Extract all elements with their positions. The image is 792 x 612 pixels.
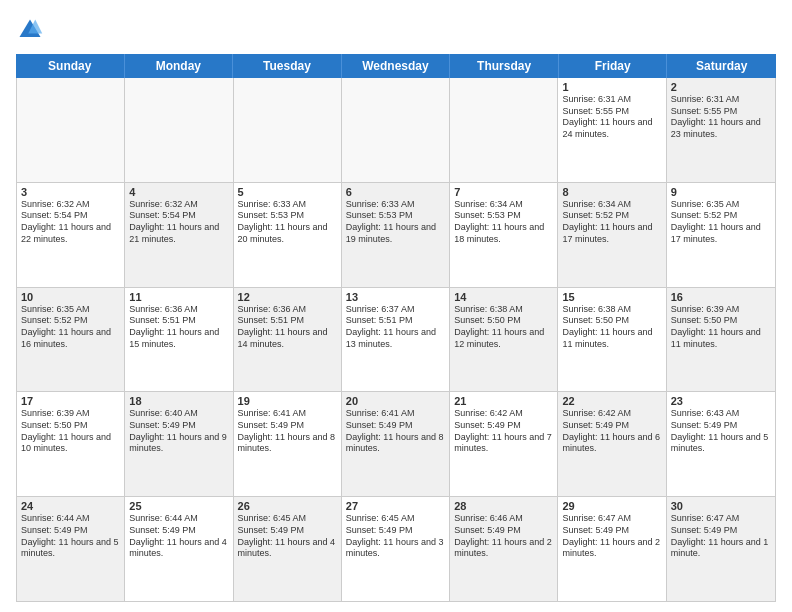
calendar-body: 1Sunrise: 6:31 AM Sunset: 5:55 PM Daylig… xyxy=(16,78,776,602)
day-number: 22 xyxy=(562,395,661,407)
day-number: 13 xyxy=(346,291,445,303)
weekday-header: Monday xyxy=(125,54,234,78)
calendar-cell: 14Sunrise: 6:38 AM Sunset: 5:50 PM Dayli… xyxy=(450,288,558,392)
calendar-cell: 12Sunrise: 6:36 AM Sunset: 5:51 PM Dayli… xyxy=(234,288,342,392)
day-info: Sunrise: 6:34 AM Sunset: 5:53 PM Dayligh… xyxy=(454,199,553,246)
calendar-cell xyxy=(125,78,233,182)
day-number: 11 xyxy=(129,291,228,303)
day-info: Sunrise: 6:47 AM Sunset: 5:49 PM Dayligh… xyxy=(562,513,661,560)
day-number: 1 xyxy=(562,81,661,93)
logo-icon xyxy=(16,16,44,44)
weekday-header: Friday xyxy=(559,54,668,78)
day-info: Sunrise: 6:32 AM Sunset: 5:54 PM Dayligh… xyxy=(129,199,228,246)
day-info: Sunrise: 6:31 AM Sunset: 5:55 PM Dayligh… xyxy=(562,94,661,141)
day-info: Sunrise: 6:45 AM Sunset: 5:49 PM Dayligh… xyxy=(238,513,337,560)
weekday-header: Sunday xyxy=(16,54,125,78)
calendar-cell: 17Sunrise: 6:39 AM Sunset: 5:50 PM Dayli… xyxy=(17,392,125,496)
calendar-row: 24Sunrise: 6:44 AM Sunset: 5:49 PM Dayli… xyxy=(17,497,775,601)
calendar-cell xyxy=(342,78,450,182)
weekday-header: Saturday xyxy=(667,54,776,78)
calendar-cell: 1Sunrise: 6:31 AM Sunset: 5:55 PM Daylig… xyxy=(558,78,666,182)
calendar-cell: 29Sunrise: 6:47 AM Sunset: 5:49 PM Dayli… xyxy=(558,497,666,601)
calendar-cell: 18Sunrise: 6:40 AM Sunset: 5:49 PM Dayli… xyxy=(125,392,233,496)
day-info: Sunrise: 6:42 AM Sunset: 5:49 PM Dayligh… xyxy=(562,408,661,455)
day-info: Sunrise: 6:35 AM Sunset: 5:52 PM Dayligh… xyxy=(21,304,120,351)
calendar-cell: 24Sunrise: 6:44 AM Sunset: 5:49 PM Dayli… xyxy=(17,497,125,601)
day-number: 23 xyxy=(671,395,771,407)
calendar-cell: 10Sunrise: 6:35 AM Sunset: 5:52 PM Dayli… xyxy=(17,288,125,392)
calendar-cell: 26Sunrise: 6:45 AM Sunset: 5:49 PM Dayli… xyxy=(234,497,342,601)
day-number: 15 xyxy=(562,291,661,303)
day-number: 18 xyxy=(129,395,228,407)
calendar-row: 17Sunrise: 6:39 AM Sunset: 5:50 PM Dayli… xyxy=(17,392,775,497)
calendar-row: 3Sunrise: 6:32 AM Sunset: 5:54 PM Daylig… xyxy=(17,183,775,288)
weekday-header: Wednesday xyxy=(342,54,451,78)
calendar-cell: 21Sunrise: 6:42 AM Sunset: 5:49 PM Dayli… xyxy=(450,392,558,496)
calendar-cell: 25Sunrise: 6:44 AM Sunset: 5:49 PM Dayli… xyxy=(125,497,233,601)
calendar-cell: 20Sunrise: 6:41 AM Sunset: 5:49 PM Dayli… xyxy=(342,392,450,496)
day-number: 5 xyxy=(238,186,337,198)
day-number: 20 xyxy=(346,395,445,407)
day-info: Sunrise: 6:44 AM Sunset: 5:49 PM Dayligh… xyxy=(129,513,228,560)
day-number: 9 xyxy=(671,186,771,198)
day-info: Sunrise: 6:44 AM Sunset: 5:49 PM Dayligh… xyxy=(21,513,120,560)
weekday-header: Tuesday xyxy=(233,54,342,78)
calendar-cell: 27Sunrise: 6:45 AM Sunset: 5:49 PM Dayli… xyxy=(342,497,450,601)
day-number: 7 xyxy=(454,186,553,198)
calendar-cell: 4Sunrise: 6:32 AM Sunset: 5:54 PM Daylig… xyxy=(125,183,233,287)
calendar-cell xyxy=(17,78,125,182)
day-number: 6 xyxy=(346,186,445,198)
calendar-cell: 3Sunrise: 6:32 AM Sunset: 5:54 PM Daylig… xyxy=(17,183,125,287)
calendar-cell: 23Sunrise: 6:43 AM Sunset: 5:49 PM Dayli… xyxy=(667,392,775,496)
day-number: 17 xyxy=(21,395,120,407)
calendar-cell: 13Sunrise: 6:37 AM Sunset: 5:51 PM Dayli… xyxy=(342,288,450,392)
calendar-cell: 28Sunrise: 6:46 AM Sunset: 5:49 PM Dayli… xyxy=(450,497,558,601)
day-info: Sunrise: 6:34 AM Sunset: 5:52 PM Dayligh… xyxy=(562,199,661,246)
calendar-header: SundayMondayTuesdayWednesdayThursdayFrid… xyxy=(16,54,776,78)
day-info: Sunrise: 6:43 AM Sunset: 5:49 PM Dayligh… xyxy=(671,408,771,455)
day-info: Sunrise: 6:37 AM Sunset: 5:51 PM Dayligh… xyxy=(346,304,445,351)
logo xyxy=(16,16,46,46)
day-number: 24 xyxy=(21,500,120,512)
day-info: Sunrise: 6:36 AM Sunset: 5:51 PM Dayligh… xyxy=(129,304,228,351)
calendar-cell: 9Sunrise: 6:35 AM Sunset: 5:52 PM Daylig… xyxy=(667,183,775,287)
day-number: 27 xyxy=(346,500,445,512)
day-info: Sunrise: 6:31 AM Sunset: 5:55 PM Dayligh… xyxy=(671,94,771,141)
day-info: Sunrise: 6:32 AM Sunset: 5:54 PM Dayligh… xyxy=(21,199,120,246)
day-info: Sunrise: 6:35 AM Sunset: 5:52 PM Dayligh… xyxy=(671,199,771,246)
day-info: Sunrise: 6:40 AM Sunset: 5:49 PM Dayligh… xyxy=(129,408,228,455)
day-info: Sunrise: 6:33 AM Sunset: 5:53 PM Dayligh… xyxy=(346,199,445,246)
header xyxy=(16,16,776,46)
day-number: 3 xyxy=(21,186,120,198)
day-info: Sunrise: 6:36 AM Sunset: 5:51 PM Dayligh… xyxy=(238,304,337,351)
day-number: 16 xyxy=(671,291,771,303)
day-number: 10 xyxy=(21,291,120,303)
day-info: Sunrise: 6:46 AM Sunset: 5:49 PM Dayligh… xyxy=(454,513,553,560)
calendar-cell xyxy=(234,78,342,182)
calendar-cell: 19Sunrise: 6:41 AM Sunset: 5:49 PM Dayli… xyxy=(234,392,342,496)
calendar-cell: 2Sunrise: 6:31 AM Sunset: 5:55 PM Daylig… xyxy=(667,78,775,182)
day-number: 26 xyxy=(238,500,337,512)
calendar-cell: 15Sunrise: 6:38 AM Sunset: 5:50 PM Dayli… xyxy=(558,288,666,392)
day-info: Sunrise: 6:39 AM Sunset: 5:50 PM Dayligh… xyxy=(21,408,120,455)
day-number: 28 xyxy=(454,500,553,512)
day-info: Sunrise: 6:38 AM Sunset: 5:50 PM Dayligh… xyxy=(562,304,661,351)
day-number: 12 xyxy=(238,291,337,303)
calendar-cell: 8Sunrise: 6:34 AM Sunset: 5:52 PM Daylig… xyxy=(558,183,666,287)
day-number: 14 xyxy=(454,291,553,303)
day-number: 30 xyxy=(671,500,771,512)
day-number: 21 xyxy=(454,395,553,407)
calendar-cell: 30Sunrise: 6:47 AM Sunset: 5:49 PM Dayli… xyxy=(667,497,775,601)
day-number: 19 xyxy=(238,395,337,407)
day-info: Sunrise: 6:47 AM Sunset: 5:49 PM Dayligh… xyxy=(671,513,771,560)
weekday-header: Thursday xyxy=(450,54,559,78)
calendar-cell: 7Sunrise: 6:34 AM Sunset: 5:53 PM Daylig… xyxy=(450,183,558,287)
calendar-cell: 16Sunrise: 6:39 AM Sunset: 5:50 PM Dayli… xyxy=(667,288,775,392)
day-info: Sunrise: 6:41 AM Sunset: 5:49 PM Dayligh… xyxy=(346,408,445,455)
calendar-cell: 6Sunrise: 6:33 AM Sunset: 5:53 PM Daylig… xyxy=(342,183,450,287)
day-info: Sunrise: 6:39 AM Sunset: 5:50 PM Dayligh… xyxy=(671,304,771,351)
page: SundayMondayTuesdayWednesdayThursdayFrid… xyxy=(0,0,792,612)
day-info: Sunrise: 6:41 AM Sunset: 5:49 PM Dayligh… xyxy=(238,408,337,455)
calendar-cell: 5Sunrise: 6:33 AM Sunset: 5:53 PM Daylig… xyxy=(234,183,342,287)
day-number: 29 xyxy=(562,500,661,512)
